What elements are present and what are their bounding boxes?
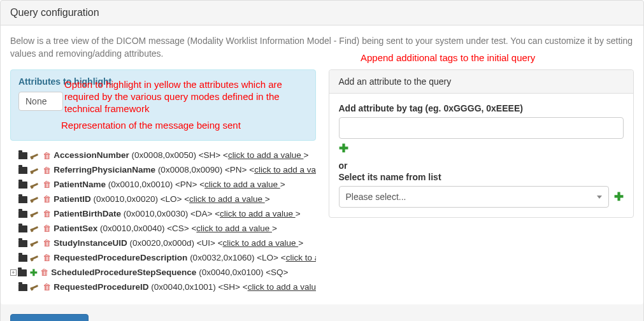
click-to-add-value[interactable]: click to add a value xyxy=(220,209,296,218)
click-to-add-value[interactable]: click to add a value xyxy=(286,253,316,262)
intro-text: Below is a tree view of the DICOM messag… xyxy=(10,35,634,60)
attr-vr: <SH> xyxy=(218,282,240,292)
tree-row: 🗑 PatientName (0x0010,0x0010) <PN> <clic… xyxy=(10,178,316,192)
trash-icon[interactable]: 🗑 xyxy=(43,236,51,250)
attr-tag: (0x0040,0x0100) xyxy=(199,268,263,277)
attr-vr: <UI> xyxy=(197,238,215,248)
click-to-add-value[interactable]: click to add a value xyxy=(223,238,299,248)
click-to-add-value[interactable]: click to add a value xyxy=(254,165,315,175)
highlight-brush-icon[interactable] xyxy=(31,182,39,189)
add-child-icon[interactable]: ✚ xyxy=(30,268,38,277)
attr-tag: (0x0010,0x0020) xyxy=(94,194,158,204)
folder-icon xyxy=(18,269,27,276)
trash-icon[interactable]: 🗑 xyxy=(43,178,51,192)
click-to-add-value[interactable]: click to add a value xyxy=(204,180,280,189)
add-by-tag-label: Add attribute by tag (eg. 0xGGGG, 0xEEEE… xyxy=(339,103,624,113)
attr-tag: (0x0020,0x000d) xyxy=(130,238,194,248)
tree-row: 🗑 AccessionNumber (0x0008,0x0050) <SH> <… xyxy=(10,148,316,163)
tree-row: 🗑 RequestedProcedureDescription (0x0032,… xyxy=(10,251,316,266)
attr-name: ScheduledProcedureStepSequence xyxy=(51,268,196,277)
highlight-select[interactable]: None xyxy=(18,92,63,111)
highlight-box: Attributes to highlight None xyxy=(10,69,316,141)
folder-icon xyxy=(18,255,27,262)
tree-row: 🗑 PatientSex (0x0010,0x0040) <CS> <click… xyxy=(10,222,316,236)
tree-row: 🗑 PatientBirthDate (0x0010,0x0030) <DA> … xyxy=(10,207,316,222)
trash-icon[interactable]: 🗑 xyxy=(43,164,51,178)
attr-vr: <LO> xyxy=(161,194,182,204)
highlight-brush-icon[interactable] xyxy=(31,283,39,291)
highlight-brush-icon[interactable] xyxy=(31,167,39,175)
highlight-brush-icon[interactable] xyxy=(31,225,39,232)
highlight-brush-icon[interactable] xyxy=(31,196,39,203)
folder-icon xyxy=(18,152,27,159)
attr-name: PatientSex xyxy=(54,224,97,233)
highlight-brush-icon[interactable] xyxy=(31,152,39,160)
attr-vr: <PN> xyxy=(225,165,247,175)
tree-row: 🗑 StudyInstanceUID (0x0020,0x000d) <UI> … xyxy=(10,236,316,251)
folder-icon xyxy=(18,240,27,247)
attr-vr: <CS> xyxy=(167,224,189,233)
highlight-title: Attributes to highlight xyxy=(18,76,308,87)
attr-tag: (0x0010,0x0040) xyxy=(100,224,164,233)
highlight-select-value: None xyxy=(25,96,47,106)
attribute-tree: 🗑 AccessionNumber (0x0008,0x0050) <SH> <… xyxy=(10,148,316,294)
highlight-brush-icon[interactable] xyxy=(31,239,39,247)
query-config-panel: Query configuration Below is a tree view… xyxy=(0,0,644,321)
tree-row: 🗑 ReferringPhysicianName (0x0008,0x0090)… xyxy=(10,163,316,178)
trash-icon[interactable]: 🗑 xyxy=(40,266,48,280)
add-by-tag-input[interactable] xyxy=(339,117,624,139)
trash-icon[interactable]: 🗑 xyxy=(43,192,51,206)
tree-row: 🗑 PatientID (0x0010,0x0020) <LO> <click … xyxy=(10,192,316,207)
folder-icon xyxy=(18,196,27,203)
tree-row: + ✚ 🗑 ScheduledProcedureStepSequence (0x… xyxy=(10,266,316,280)
attr-name: RequestedProcedureDescription xyxy=(54,253,187,262)
folder-icon xyxy=(18,167,27,174)
click-to-add-value[interactable]: click to add a value xyxy=(189,194,265,204)
send-message-button[interactable]: Send message xyxy=(10,314,89,321)
trash-icon[interactable]: 🗑 xyxy=(43,280,51,294)
attr-name: RequestedProcedureID xyxy=(54,282,148,292)
trash-icon[interactable]: 🗑 xyxy=(43,222,51,236)
attr-tag: (0x0032,0x1060) xyxy=(190,253,254,262)
highlight-brush-icon[interactable] xyxy=(31,254,39,262)
attr-vr: <SH> xyxy=(199,150,221,160)
attr-vr: <PN> xyxy=(175,180,197,189)
attr-name: PatientBirthDate xyxy=(54,209,121,218)
attr-name: AccessionNumber xyxy=(54,150,129,160)
attr-name: StudyInstanceUID xyxy=(54,238,127,248)
attribute-name-select[interactable]: Please select... xyxy=(339,186,610,208)
attr-name: PatientName xyxy=(54,180,106,189)
click-to-add-value[interactable]: click to add a value xyxy=(228,150,304,160)
attr-vr: <LO> xyxy=(257,253,278,262)
or-label: or xyxy=(339,160,624,171)
click-to-add-value[interactable]: click to add a value xyxy=(248,282,316,292)
attr-tag: (0x0010,0x0030) xyxy=(124,209,188,218)
add-attribute-panel: Add an attribute to the query Add attrib… xyxy=(329,69,634,218)
expand-icon[interactable]: + xyxy=(10,269,17,276)
folder-icon xyxy=(18,225,27,232)
click-to-add-value[interactable]: click to add a value xyxy=(196,224,272,233)
attr-tag: (0x0008,0x0090) xyxy=(158,165,222,175)
select-from-list-label: Select its name from list xyxy=(339,172,624,182)
folder-icon xyxy=(18,211,27,218)
add-attribute-heading: Add an attribute to the query xyxy=(329,70,634,94)
attr-name: PatientID xyxy=(54,194,91,204)
attr-name: ReferringPhysicianName xyxy=(54,165,155,175)
trash-icon[interactable]: 🗑 xyxy=(43,251,51,265)
folder-icon xyxy=(18,182,27,189)
folder-icon xyxy=(18,284,27,291)
panel-title: Query configuration xyxy=(1,1,643,25)
highlight-brush-icon[interactable] xyxy=(31,210,39,218)
trash-icon[interactable]: 🗑 xyxy=(43,207,51,221)
attr-tag: (0x0040,0x1001) xyxy=(151,282,215,292)
trash-icon[interactable]: 🗑 xyxy=(43,149,51,163)
chevron-down-icon xyxy=(597,196,602,199)
attr-tag: (0x0008,0x0050) xyxy=(132,150,196,160)
attr-vr: <SQ> xyxy=(266,268,288,277)
tree-row: 🗑 RequestedProcedureID (0x0040,0x1001) <… xyxy=(10,280,316,295)
attr-tag: (0x0010,0x0010) xyxy=(108,180,173,189)
add-from-list-button[interactable]: ✚ xyxy=(614,191,624,203)
attribute-name-select-placeholder: Please select... xyxy=(346,192,406,202)
attr-vr: <DA> xyxy=(190,209,213,218)
add-by-tag-button[interactable]: ✚ xyxy=(339,143,348,154)
